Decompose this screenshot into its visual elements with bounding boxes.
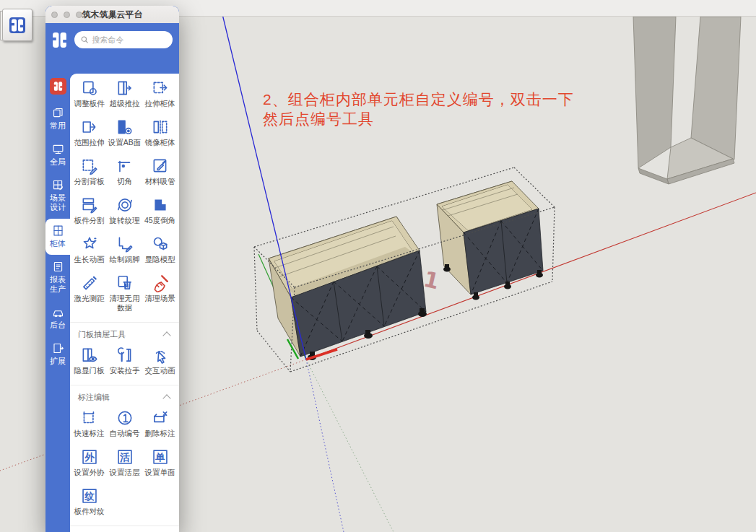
plugin-panel: 筑木筑巢云平台 <box>45 6 179 532</box>
tool-label: 激光测距 <box>72 294 106 303</box>
brand-red-logo[interactable] <box>50 78 66 95</box>
chamfer-45-icon <box>151 196 170 214</box>
panel-search-row <box>45 23 179 56</box>
panel-split-icon <box>80 196 99 214</box>
panel-body: 常用全局场景设计柜体报表生产后台扩展 调整板件超级推拉拉伸柜体范围拉伸设置AB面… <box>45 23 179 532</box>
mirror-cabinet-icon <box>151 118 170 136</box>
sidebar-item-label: 后台 <box>50 320 66 330</box>
report-production-icon <box>52 261 64 273</box>
svg-text:纹: 纹 <box>84 490 95 502</box>
tool-split-back-panel[interactable]: 分割背板 <box>71 157 107 186</box>
tool-quick-dimension[interactable]: 快速标注 <box>71 409 107 438</box>
tool-set-active-layer[interactable]: 活设置活层 <box>107 448 142 477</box>
panel-title-bar[interactable]: 筑木筑巢云平台 <box>45 6 179 24</box>
tool-hide-show-door[interactable]: 隐显门板 <box>71 346 107 375</box>
sidebar-item-3[interactable]: 场景设计 <box>45 173 70 219</box>
tool-mirror-cabinet[interactable]: 镜像柜体 <box>142 118 178 147</box>
tool-label: 设置外协 <box>72 468 106 477</box>
tool-grow-animation[interactable]: 生长动画 <box>71 235 107 264</box>
quick-dimension-icon <box>80 409 99 427</box>
tool-set-ab-face[interactable]: 设置AB面 <box>107 118 142 147</box>
tool-label: 设置单面 <box>143 468 177 477</box>
tool-label: 板件分割 <box>72 216 106 225</box>
sidebar-item-label: 报表生产 <box>50 275 66 294</box>
tool-auto-number[interactable]: 自动编号 <box>107 409 142 438</box>
panel-title: 筑木筑巢云平台 <box>45 9 179 21</box>
tool-set-outsource[interactable]: 外设置外协 <box>71 448 107 477</box>
tool-material-eyedropper[interactable]: 材料吸管 <box>142 157 178 186</box>
tool-show-hide-model[interactable]: 显隐模型 <box>142 235 178 264</box>
scene-annotation-line2: 然后点编号工具 <box>263 109 574 128</box>
sidebar-item-label: 柜体 <box>50 239 66 248</box>
section-title: 门板抽屉工具 <box>78 329 126 340</box>
clean-unused-data-icon <box>116 274 134 292</box>
sidebar-item-2[interactable]: 全局 <box>45 137 70 173</box>
set-single-face-icon: 单 <box>151 448 170 466</box>
tool-adjust-panel[interactable]: 调整板件 <box>71 79 107 108</box>
sidebar-item-7[interactable]: 扩展 <box>45 336 70 372</box>
scene-annotation: 2、组合柜内部单元柜自定义编号，双击一下 然后点编号工具 <box>263 90 574 128</box>
tool-panel-split[interactable]: 板件分割 <box>71 196 107 225</box>
tool-label: 切角 <box>108 177 142 186</box>
brand-logo-small-icon <box>53 81 64 92</box>
tool-chamfer-45[interactable]: 45度倒角 <box>142 196 178 225</box>
set-ab-face-icon <box>116 118 134 136</box>
tool-grid: 调整板件超级推拉拉伸柜体范围拉伸设置AB面镜像柜体分割背板切角材料吸管板件分割旋… <box>70 79 179 322</box>
tool-set-single-face[interactable]: 单设置单面 <box>142 448 178 477</box>
section-header[interactable]: 出图工具 <box>70 526 179 532</box>
search-input[interactable] <box>92 35 166 44</box>
show-hide-model-icon <box>151 235 170 253</box>
brand-logo-icon <box>50 31 69 49</box>
tool-interactive-animation[interactable]: 交互动画 <box>142 346 178 375</box>
grow-animation-icon <box>80 235 99 253</box>
tool-label: 分割背板 <box>72 177 106 186</box>
cabinet-icon <box>52 224 64 237</box>
section-header[interactable]: 标注编辑 <box>70 385 179 409</box>
section-title: 标注编辑 <box>78 392 110 403</box>
category-rail: 常用全局场景设计柜体报表生产后台扩展 <box>45 74 70 532</box>
material-eyedropper-icon <box>151 157 170 175</box>
common-tools-icon <box>52 107 64 119</box>
range-stretch-icon <box>80 118 99 136</box>
tool-label: 生长动画 <box>72 255 106 264</box>
cut-corner-icon <box>116 157 134 175</box>
tool-laser-measure[interactable]: 激光测距 <box>71 274 107 313</box>
tool-label: 交互动画 <box>143 366 177 375</box>
laser-measure-icon <box>80 274 99 292</box>
command-search-box[interactable] <box>74 31 173 48</box>
sidebar-item-6[interactable]: 后台 <box>45 300 70 336</box>
tool-label: 旋转纹理 <box>108 216 142 225</box>
tool-cut-corner[interactable]: 切角 <box>107 157 142 186</box>
tool-rotate-texture[interactable]: 旋转纹理 <box>107 196 142 225</box>
sidebar-item-label: 场景设计 <box>50 193 66 212</box>
svg-text:外: 外 <box>84 451 95 463</box>
tool-label: 板件对纹 <box>72 507 106 516</box>
tool-delete-dimension[interactable]: 删除标注 <box>142 409 178 438</box>
tool-label: 45度倒角 <box>143 216 177 225</box>
tool-label: 拉伸柜体 <box>143 99 177 108</box>
tool-clean-unused-data[interactable]: 清理无用数据 <box>107 274 142 313</box>
tool-draw-kickboard[interactable]: 绘制踢脚 <box>107 235 142 264</box>
scene-annotation-line1: 2、组合柜内部单元柜自定义编号，双击一下 <box>263 90 574 109</box>
plugin-logo-icon <box>9 17 26 34</box>
tool-panel-grain[interactable]: 纹板件对纹 <box>71 487 107 516</box>
tool-label: 清理无用数据 <box>108 294 142 313</box>
global-icon <box>52 143 64 155</box>
plugin-toolbar-button[interactable] <box>2 9 32 41</box>
sidebar-item-4[interactable]: 柜体 <box>45 219 70 255</box>
sidebar-item-label: 常用 <box>50 121 66 131</box>
set-active-layer-icon: 活 <box>116 448 134 466</box>
delete-dimension-icon <box>151 409 170 427</box>
tool-label: 清理场景 <box>143 294 177 303</box>
tool-range-stretch[interactable]: 范围拉伸 <box>71 118 107 147</box>
sidebar-item-5[interactable]: 报表生产 <box>45 255 70 300</box>
sidebar-item-1[interactable]: 常用 <box>45 101 70 137</box>
search-icon <box>81 35 88 44</box>
tool-clean-scene[interactable]: 清理场景 <box>142 274 178 313</box>
tool-super-pushpull[interactable]: 超级推拉 <box>107 79 142 108</box>
tool-stretch-cabinet[interactable]: 拉伸柜体 <box>142 79 178 108</box>
clean-scene-icon <box>151 274 170 292</box>
tool-install-handle[interactable]: 安装拉手 <box>107 346 142 375</box>
sidebar-item-label: 全局 <box>50 157 66 167</box>
section-header[interactable]: 门板抽屉工具 <box>70 322 179 346</box>
